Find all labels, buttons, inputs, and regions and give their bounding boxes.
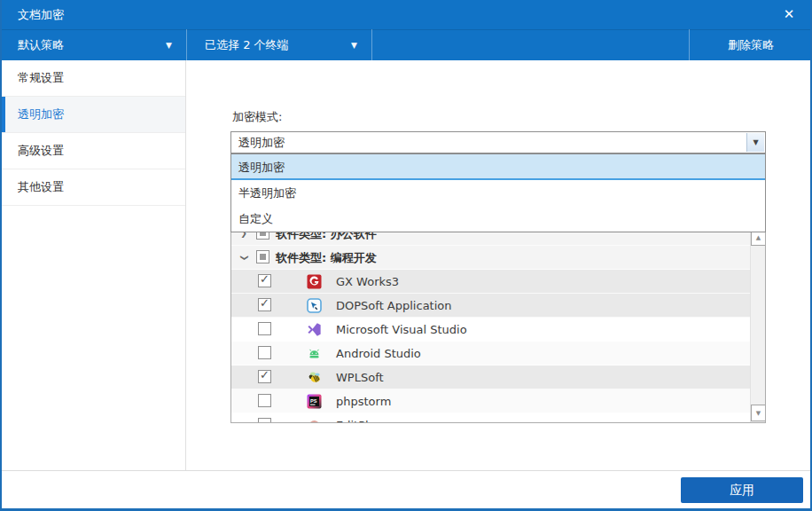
software-row[interactable]: EditPlus (231, 413, 750, 422)
chevron-down-icon[interactable]: ❯ (232, 253, 256, 263)
sidebar-item-general-settings[interactable]: 常规设置 (0, 60, 185, 97)
sidebar-item-other-settings[interactable]: 其他设置 (0, 169, 185, 206)
scrollbar[interactable]: ▲ ▼ (750, 222, 765, 422)
android-studio-icon (307, 346, 322, 361)
checkbox[interactable] (258, 346, 271, 359)
software-row[interactable]: ✓DOPSoft Application (231, 294, 750, 318)
encryption-mode-value: 透明加密 (238, 136, 285, 149)
dropdown-option[interactable]: 自定义 (231, 206, 765, 232)
page-title: 文档加密 (18, 0, 64, 29)
settings-sidebar: 常规设置 透明加密 高级设置 其他设置 (0, 60, 186, 470)
sidebar-item-label: 高级设置 (18, 144, 64, 157)
sidebar-item-label: 常规设置 (18, 71, 64, 84)
delete-policy-button[interactable]: 删除策略 (689, 29, 812, 60)
checkbox[interactable]: ✓ (258, 298, 271, 311)
encryption-mode-dropdown-list: 透明加密半透明加密自定义 (230, 153, 766, 232)
close-icon[interactable]: ✕ (778, 0, 800, 29)
wplsoft-icon (307, 370, 322, 385)
policy-dropdown-label: 默认策略 (18, 37, 64, 53)
policy-toolbar: 默认策略 ▼ 已选择 2 个终端 ▼ 删除策略 (0, 29, 812, 60)
sidebar-item-advanced-settings[interactable]: 高级设置 (0, 133, 185, 169)
terminal-dropdown[interactable]: 已选择 2 个终端 ▼ (187, 29, 372, 60)
gx-works3-icon (307, 274, 322, 289)
software-list-rows: ❯软件类型: 办公软件❯软件类型: 编程开发✓GX Works3✓DOPSoft… (231, 222, 750, 422)
checkbox[interactable] (258, 418, 271, 422)
title-bar: 文档加密 ✕ (0, 0, 812, 29)
sidebar-item-transparent-encryption[interactable]: 透明加密 (0, 97, 185, 133)
software-row[interactable]: Microsoft Visual Studio (231, 318, 750, 342)
software-label: GX Works3 (336, 270, 399, 294)
check-icon: ✓ (260, 272, 269, 286)
policy-dropdown[interactable]: 默认策略 ▼ (0, 29, 187, 60)
check-icon: ✓ (260, 296, 269, 310)
checkbox[interactable] (258, 394, 271, 407)
software-row[interactable]: ✓GX Works3 (231, 270, 750, 294)
check-icon: ✓ (260, 368, 269, 381)
software-row[interactable]: ✓WPLSoft (231, 366, 750, 389)
chevron-down-icon: ▼ (166, 41, 172, 50)
dropdown-option[interactable]: 半透明加密 (231, 180, 765, 206)
delete-policy-label: 删除策略 (728, 37, 774, 53)
software-label: EditPlus (336, 413, 382, 422)
encryption-mode-label: 加密模式: (232, 109, 282, 125)
apply-button[interactable]: 应用 (681, 477, 803, 503)
encryption-mode-select[interactable]: 透明加密 ▼ (230, 131, 766, 153)
svg-text:PS: PS (310, 398, 317, 404)
category-label: 软件类型: 编程开发 (276, 246, 377, 270)
checkbox[interactable]: ✓ (258, 370, 271, 383)
toolbar-spacer (372, 29, 689, 60)
sidebar-item-label: 其他设置 (18, 180, 64, 193)
dopsoft-icon (307, 298, 322, 313)
checkbox[interactable] (258, 322, 271, 335)
visual-studio-icon (307, 322, 322, 337)
document-encryption-window: 文档加密 ✕ 默认策略 ▼ 已选择 2 个终端 ▼ 删除策略 常规设置 透明加密… (0, 0, 812, 511)
editplus-icon (307, 418, 322, 422)
scroll-down-icon[interactable]: ▼ (751, 405, 766, 421)
footer-divider (0, 470, 812, 471)
select-dropdown-button[interactable]: ▼ (746, 133, 764, 152)
sidebar-item-label: 透明加密 (18, 107, 64, 121)
checkbox[interactable]: ✓ (258, 274, 271, 287)
checkbox[interactable] (256, 250, 269, 263)
software-row[interactable]: Android Studio (231, 342, 750, 366)
window-border-left (0, 0, 2, 511)
chevron-down-icon: ▼ (351, 41, 357, 50)
software-label: WPLSoft (336, 366, 384, 389)
indeterminate-mark (260, 254, 266, 260)
chevron-down-icon: ▼ (753, 132, 758, 153)
phpstorm-icon: PS (307, 394, 322, 409)
software-label: Microsoft Visual Studio (336, 318, 467, 342)
category-row[interactable]: ❯软件类型: 编程开发 (231, 246, 750, 270)
software-label: phpstorm (336, 389, 391, 413)
software-label: Android Studio (336, 342, 421, 366)
dropdown-option[interactable]: 透明加密 (231, 154, 765, 180)
software-row[interactable]: PSphpstorm (231, 389, 750, 413)
terminal-dropdown-label: 已选择 2 个终端 (205, 37, 289, 53)
software-label: DOPSoft Application (336, 294, 452, 318)
software-list: ❯软件类型: 办公软件❯软件类型: 编程开发✓GX Works3✓DOPSoft… (230, 221, 766, 423)
